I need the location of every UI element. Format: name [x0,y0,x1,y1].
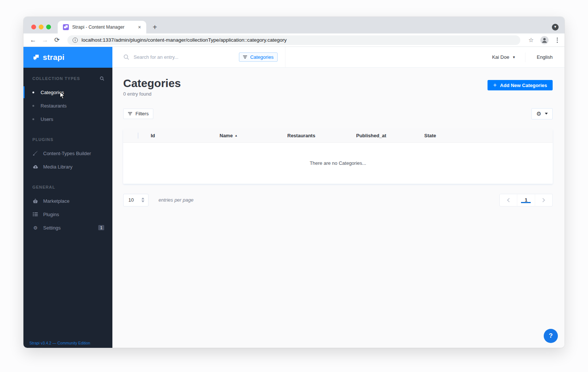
strapi-logo-icon [33,54,39,61]
entries-table: Id Name▲ Restaurants Published_at State … [123,129,553,184]
per-page-value: 10 [128,197,141,203]
strapi-logo[interactable]: strapi [23,47,112,68]
chevron-down-icon [545,113,548,115]
cloud-upload-icon [32,164,38,169]
column-header-name[interactable]: Name▲ [220,133,287,138]
entry-count: 0 entry found [123,91,553,97]
section-plugins: PLUGINS [23,137,112,142]
select-all-checkbox[interactable] [138,132,138,139]
sidebar-item-categories[interactable]: Categories [23,86,112,99]
filters-button[interactable]: Filters [123,109,153,119]
basket-icon [32,199,38,203]
settings-badge: 1 [98,225,104,231]
plus-icon: + [493,82,496,88]
column-header-id[interactable]: Id [151,133,220,138]
bookmark-star-icon[interactable]: ☆ [528,36,534,44]
reload-icon[interactable]: ⟳ [51,36,63,44]
sidebar-item-plugins[interactable]: Plugins [23,208,112,221]
back-icon[interactable]: ← [27,36,39,44]
collection-filter-chip[interactable]: Categories [239,52,278,62]
empty-table-message: There are no Categories... [123,143,553,184]
browser-menu-icon[interactable] [555,36,559,44]
search-input[interactable] [134,54,239,60]
paintbrush-icon [32,151,38,156]
per-page-label: entries per page [159,197,194,203]
previous-page-button[interactable] [500,194,517,206]
language-selector[interactable]: English [537,54,553,60]
strapi-favicon-icon [63,24,69,30]
bullet-icon [32,118,34,120]
sidebar-item-users[interactable]: Users [23,112,112,126]
list-icon [32,212,38,217]
column-header-published-at[interactable]: Published_at [356,133,424,138]
url-text: localhost:1337/admin/plugins/content-man… [82,37,287,43]
section-collection-types: COLLECTION TYPES [23,76,112,81]
user-menu[interactable]: Kai Doe ▼ [492,54,515,60]
filter-icon [128,111,132,116]
profile-avatar-icon[interactable] [540,36,549,44]
entry-search-bar[interactable]: Categories [112,47,285,67]
app-header: Categories Kai Doe ▼ English [112,47,565,68]
sidebar: strapi COLLECTION TYPES Categories Resta… [23,47,112,348]
minimize-window-button[interactable] [39,25,44,29]
sidebar-item-media-library[interactable]: Media Library [23,160,112,173]
gear-icon: ⚙ [32,225,38,231]
address-bar[interactable]: i localhost:1337/admin/plugins/content-m… [67,35,520,45]
browser-window: Strapi - Content Manager × + ▼ ← → ⟳ i l… [23,17,565,348]
chevron-left-icon [507,198,511,202]
stepper-icon [141,198,144,202]
filter-icon [243,55,247,59]
collection-search-icon[interactable] [100,76,104,81]
sort-asc-icon: ▲ [234,134,237,137]
sidebar-item-content-types-builder[interactable]: Content-Types Builder [23,147,112,160]
browser-tab-strip: Strapi - Content Manager × + ▼ [23,17,565,33]
column-header-restaurants[interactable]: Restaurants [287,133,356,138]
browser-toolbar: ← → ⟳ i localhost:1337/admin/plugins/con… [23,33,565,47]
table-header-row: Id Name▲ Restaurants Published_at State [123,129,553,143]
strapi-logo-text: strapi [43,53,64,62]
bullet-icon [32,92,34,93]
forward-icon[interactable]: → [39,36,51,44]
column-header-state[interactable]: State [424,133,553,138]
strapi-version-link[interactable]: Strapi v3.4.2 — Community Edition [23,338,112,348]
close-window-button[interactable] [31,25,36,29]
gear-icon: ⚙ [536,111,541,116]
search-icon [124,54,129,60]
browser-tab[interactable]: Strapi - Content Manager × [58,21,146,33]
tab-search-icon[interactable]: ▼ [552,24,559,31]
page-number-button[interactable]: 1 [517,194,534,206]
close-tab-icon[interactable]: × [137,24,143,30]
zoom-window-button[interactable] [46,25,51,29]
chevron-right-icon [541,198,545,202]
main-area: Categories Kai Doe ▼ English Categories … [112,47,565,348]
site-info-icon[interactable]: i [73,38,78,43]
chevron-down-icon: ▼ [512,55,515,59]
sidebar-item-settings[interactable]: ⚙ Settings 1 [23,221,112,234]
table-settings-button[interactable]: ⚙ [531,108,553,119]
next-page-button[interactable] [535,194,552,206]
section-general: GENERAL [23,185,112,190]
content-area: Categories 0 entry found + Add New Categ… [112,68,565,348]
entries-per-page-select[interactable]: 10 [123,194,148,206]
sidebar-item-marketplace[interactable]: Marketplace [23,194,112,208]
header-divider [525,52,525,62]
tab-title: Strapi - Content Manager [72,25,137,30]
add-new-categories-button[interactable]: + Add New Categories [488,80,553,90]
bullet-icon [32,105,34,107]
strapi-app: strapi COLLECTION TYPES Categories Resta… [23,47,565,348]
help-button[interactable]: ? [544,329,558,343]
pagination: 1 [499,194,553,206]
new-tab-button[interactable]: + [150,22,160,32]
sidebar-item-restaurants[interactable]: Restaurants [23,99,112,112]
